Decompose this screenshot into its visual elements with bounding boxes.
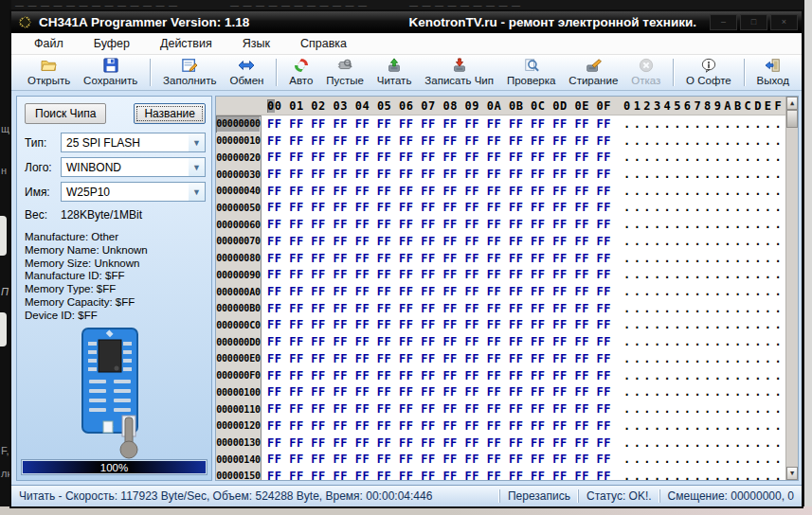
toolbar-button-write-chip[interactable]: Записать Чип [422,56,496,89]
menu-item-справка[interactable]: Справка [287,35,360,52]
hex-ascii[interactable]: ................ [623,268,785,281]
close-icon[interactable]: × [770,14,798,30]
toolbar-button-read-chip[interactable]: Читать [374,56,415,89]
hex-row[interactable]: 00000130FF FF FF FF FF FF FF FF FF FF FF… [216,435,785,452]
hex-ascii[interactable]: ................ [623,218,785,231]
hex-bytes[interactable]: FF FF FF FF FF FF FF FF FF FF FF FF FF F… [262,453,611,466]
hex-ascii[interactable]: ................ [623,285,785,298]
hex-row[interactable]: 00000020FF FF FF FF FF FF FF FF FF FF FF… [216,149,785,166]
hex-bytes[interactable]: FF FF FF FF FF FF FF FF FF FF FF FF FF F… [262,369,611,382]
hex-bytes[interactable]: FF FF FF FF FF FF FF FF FF FF FF FF FF F… [262,218,611,231]
toolbar-button-blank-check-chip[interactable]: Пустые [323,56,367,89]
maximize-icon[interactable]: □ [740,14,767,30]
hex-bytes[interactable]: FF FF FF FF FF FF FF FF FF FF FF FF FF F… [262,419,611,433]
hex-bytes[interactable]: FF FF FF FF FF FF FF FF FF FF FF FF FF F… [262,235,611,248]
hex-bytes[interactable]: FF FF FF FF FF FF FF FF FF FF FF FF FF F… [262,268,611,281]
title-bar[interactable]: CH341A Programmer Version: 1.18 Kenotron… [11,11,802,33]
hex-row[interactable]: 000000E0FF FF FF FF FF FF FF FF FF FF FF… [216,350,785,367]
hex-ascii[interactable]: ................ [623,402,785,416]
hex-bytes[interactable]: FF FF FF FF FF FF FF FF FF FF FF FF FF F… [262,201,611,214]
toolbar-button-open-folder[interactable]: Открыть [25,56,73,89]
hex-bytes[interactable]: FF FF FF FF FF FF FF FF FF FF FF FF FF F… [262,168,611,181]
hex-row[interactable]: 00000100FF FF FF FF FF FF FF FF FF FF FF… [216,384,785,401]
minimize-icon[interactable]: – [710,14,737,30]
hex-bytes[interactable]: FF FF FF FF FF FF FF FF FF FF FF FF FF F… [262,318,611,331]
hex-row[interactable]: 000000D0FF FF FF FF FF FF FF FF FF FF FF… [216,333,785,350]
hex-row[interactable]: 00000010FF FF FF FF FF FF FF FF FF FF FF… [216,133,785,150]
hex-ascii[interactable]: ................ [623,185,785,198]
toolbar-button-exit-door[interactable]: Выход [754,56,792,89]
hex-bytes[interactable]: FF FF FF FF FF FF FF FF FF FF FF FF FF F… [262,470,611,481]
hex-row[interactable]: 00000000FF FF FF FF FF FF FF FF FF FF FF… [216,115,785,133]
hex-bytes[interactable]: FF FF FF FF FF FF FF FF FF FF FF FF FF F… [262,352,611,365]
chevron-down-icon[interactable]: ▼ [189,133,205,151]
hex-bytes[interactable]: FF FF FF FF FF FF FF FF FF FF FF FF FF F… [262,335,611,348]
hex-ascii[interactable]: ................ [623,201,785,214]
hex-row[interactable]: 00000060FF FF FF FF FF FF FF FF FF FF FF… [216,216,785,233]
hex-bytes[interactable]: FF FF FF FF FF FF FF FF FF FF FF FF FF F… [262,185,611,198]
toolbar-button-auto-cycle[interactable]: Авто [286,56,316,89]
hex-ascii[interactable]: ................ [623,436,785,450]
hex-row[interactable]: 00000110FF FF FF FF FF FF FF FF FF FF FF… [216,400,785,417]
hex-body[interactable]: 00000000FF FF FF FF FF FF FF FF FF FF FF… [216,115,785,481]
hex-ascii[interactable]: ................ [623,302,785,315]
hex-row[interactable]: 00000050FF FF FF FF FF FF FF FF FF FF FF… [216,200,785,217]
chip-name-select[interactable]: W25P10 ▼ [61,182,206,202]
menu-item-файл[interactable]: Файл [21,35,77,52]
hex-bytes[interactable]: FF FF FF FF FF FF FF FF FF FF FF FF FF F… [262,436,611,450]
hex-ascii[interactable]: ................ [623,369,785,382]
hex-bytes[interactable]: FF FF FF FF FF FF FF FF FF FF FF FF FF F… [262,151,611,164]
type-select[interactable]: 25 SPI FLASH ▼ [61,133,206,152]
hex-row[interactable]: 00000120FF FF FF FF FF FF FF FF FF FF FF… [216,417,785,435]
scroll-up-icon[interactable]: ▲ [786,97,798,110]
toolbar-button-about-info[interactable]: О Софте [683,56,734,89]
toolbar-button-erase-chip[interactable]: Стирание [566,56,621,89]
hex-ascii[interactable]: ................ [623,134,785,148]
hex-bytes[interactable]: FF FF FF FF FF FF FF FF FF FF FF FF FF F… [262,302,611,315]
search-chip-button[interactable]: Поиск Чипа [25,103,106,124]
vertical-scrollbar[interactable]: ▲ ▼ [785,97,798,480]
hex-row[interactable]: 00000080FF FF FF FF FF FF FF FF FF FF FF… [216,250,785,267]
hex-bytes[interactable]: FF FF FF FF FF FF FF FF FF FF FF FF FF F… [262,134,611,148]
toolbar-button-fill-edit[interactable]: Заполнить [160,56,219,89]
hex-ascii[interactable]: ................ [623,252,785,265]
hex-row[interactable]: 000000A0FF FF FF FF FF FF FF FF FF FF FF… [216,283,785,300]
hex-bytes[interactable]: FF FF FF FF FF FF FF FF FF FF FF FF FF F… [262,402,611,416]
hex-row[interactable]: 00000040FF FF FF FF FF FF FF FF FF FF FF… [216,183,785,200]
hex-ascii[interactable]: ................ [623,168,785,181]
hex-bytes[interactable]: FF FF FF FF FF FF FF FF FF FF FF FF FF F… [262,385,611,399]
hex-bytes[interactable]: FF FF FF FF FF FF FF FF FF FF FF FF FF F… [262,252,611,265]
hex-ascii[interactable]: ................ [623,385,785,399]
hex-row[interactable]: 00000030FF FF FF FF FF FF FF FF FF FF FF… [216,166,785,183]
name-button[interactable]: Название [134,103,206,124]
hex-row[interactable]: 000000B0FF FF FF FF FF FF FF FF FF FF FF… [216,300,785,317]
hex-ascii[interactable]: ................ [623,235,785,248]
hex-row[interactable]: 000000C0FF FF FF FF FF FF FF FF FF FF FF… [216,317,785,334]
hex-row[interactable]: 00000140FF FF FF FF FF FF FF FF FF FF FF… [216,451,785,468]
hex-editor[interactable]: 00 01 02 03 04 05 06 07 08 09 0A 0B 0C 0… [215,96,799,481]
hex-ascii[interactable]: ................ [623,352,785,365]
toolbar-button-swap-arrows[interactable]: Обмен [226,56,266,89]
logo-select[interactable]: WINBOND ▼ [61,157,206,177]
hex-ascii[interactable]: ................ [623,335,785,348]
hex-ascii[interactable]: ................ [623,470,785,481]
menu-item-действия[interactable]: Действия [147,35,226,52]
hex-ascii[interactable]: ................ [623,318,785,331]
menu-item-буфер[interactable]: Буфер [81,35,143,52]
hex-ascii[interactable]: ................ [623,453,785,466]
chevron-down-icon[interactable]: ▼ [189,183,205,201]
scrollbar-thumb[interactable] [786,110,798,128]
hex-row[interactable]: 00000070FF FF FF FF FF FF FF FF FF FF FF… [216,233,785,250]
hex-bytes[interactable]: FF FF FF FF FF FF FF FF FF FF FF FF FF F… [262,117,611,131]
hex-ascii[interactable]: ................ [623,419,785,433]
scroll-down-icon[interactable]: ▼ [786,467,798,480]
hex-ascii[interactable]: ................ [623,117,785,131]
chevron-down-icon[interactable]: ▼ [189,158,205,176]
hex-ascii[interactable]: ................ [623,151,785,164]
hex-row[interactable]: 00000150FF FF FF FF FF FF FF FF FF FF FF… [216,468,785,481]
toolbar-button-save-floppy[interactable]: Сохранить [81,56,140,89]
hex-bytes[interactable]: FF FF FF FF FF FF FF FF FF FF FF FF FF F… [262,285,611,298]
toolbar-button-verify-magnifier[interactable]: Проверка [504,56,559,89]
menu-item-язык[interactable]: Язык [229,35,283,52]
hex-row[interactable]: 00000090FF FF FF FF FF FF FF FF FF FF FF… [216,266,785,283]
